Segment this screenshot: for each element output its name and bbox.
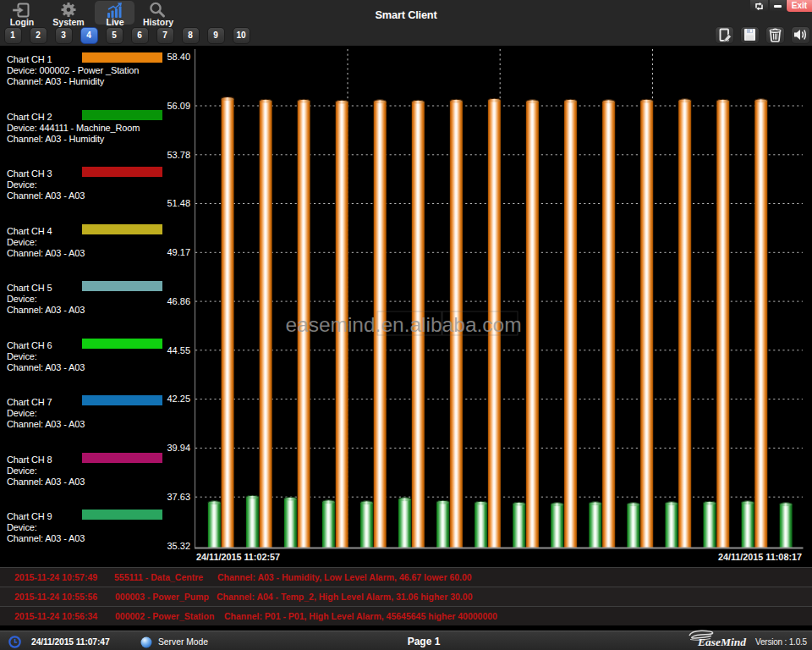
svg-text:49.17: 49.17 — [167, 247, 190, 257]
svg-text:35.32: 35.32 — [167, 541, 190, 551]
svg-text:24/11/2015 11:02:57: 24/11/2015 11:02:57 — [196, 552, 280, 562]
svg-text:58.40: 58.40 — [167, 52, 190, 62]
svg-text:46.86: 46.86 — [167, 296, 190, 306]
svg-text:44.55: 44.55 — [167, 345, 190, 355]
svg-text:39.94: 39.94 — [167, 443, 190, 453]
svg-text:easemind.en.alibaba.com: easemind.en.alibaba.com — [285, 313, 521, 336]
svg-text:56.09: 56.09 — [167, 101, 190, 111]
svg-text:37.63: 37.63 — [167, 492, 190, 502]
svg-text:EaseMind: EaseMind — [697, 636, 746, 648]
svg-text:24/11/2015 11:08:17: 24/11/2015 11:08:17 — [718, 552, 802, 562]
svg-text:51.48: 51.48 — [167, 198, 190, 208]
svg-text:53.78: 53.78 — [167, 150, 190, 160]
svg-text:42.25: 42.25 — [167, 394, 190, 404]
